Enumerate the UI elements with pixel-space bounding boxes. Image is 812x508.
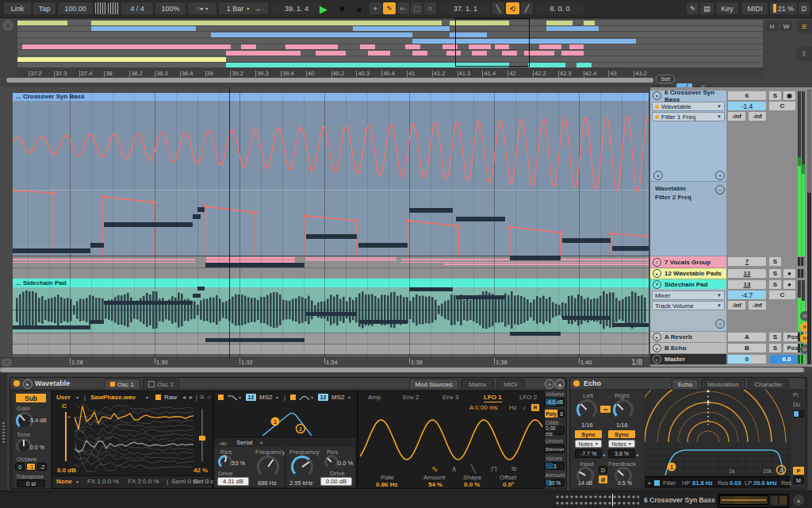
wt-position-slider[interactable] bbox=[201, 409, 203, 461]
midi-note[interactable] bbox=[510, 256, 561, 260]
glide-field[interactable]: 0.00 ms bbox=[545, 426, 565, 435]
track-header-pads[interactable]: ▸12 Wavetable Pads bbox=[650, 268, 726, 279]
wavetable-bank-menu[interactable]: User bbox=[56, 394, 71, 401]
send-a-sidechain[interactable]: -inf bbox=[728, 301, 745, 310]
send-b-bass[interactable]: -inf bbox=[749, 112, 766, 121]
beat-time-ruler[interactable]: 37.237.337.43838.238.338.43939.239.339.4… bbox=[17, 67, 763, 77]
filter1-type-icon[interactable] bbox=[227, 394, 238, 401]
lfo-rate-mode[interactable]: Hz bbox=[509, 404, 517, 411]
poly-count-menu[interactable]: 8 bbox=[558, 410, 565, 418]
octave-0[interactable]: 0 bbox=[15, 463, 25, 471]
play-button[interactable]: ▶ bbox=[316, 2, 331, 16]
overview-clip[interactable] bbox=[546, 26, 584, 31]
tab-lfo2[interactable]: LFO 2 bbox=[519, 394, 537, 401]
lfo-shape-triangle-icon[interactable]: ∧ bbox=[451, 464, 457, 473]
echo-return-lane[interactable] bbox=[13, 344, 649, 354]
filter2-slope[interactable]: 12 bbox=[318, 394, 328, 401]
lfo-note-icon[interactable]: ♪ bbox=[523, 404, 526, 411]
midi-note[interactable] bbox=[205, 263, 304, 267]
unison-mode-menu[interactable]: Shimmer bbox=[545, 444, 565, 453]
overview-clip[interactable] bbox=[316, 44, 338, 49]
lp-freq-value[interactable]: 20.0 kHz bbox=[753, 479, 777, 487]
echo-right-button-m[interactable]: M bbox=[793, 476, 804, 484]
tab-character[interactable]: Character bbox=[748, 379, 789, 389]
bass-clip-title-bar[interactable]: ... Crossover Syn Bass bbox=[13, 93, 649, 101]
unfold-track-icon[interactable]: ▸ bbox=[653, 333, 661, 341]
master-preview-volume[interactable]: 0 bbox=[728, 355, 766, 364]
show-hide-device-view-icon[interactable]: ▲ bbox=[793, 495, 804, 506]
overview-clip[interactable] bbox=[360, 44, 375, 49]
groove-amount-field[interactable]: 100% bbox=[155, 2, 186, 14]
overview-clip[interactable] bbox=[91, 21, 442, 25]
device-chain-thumbnails[interactable] bbox=[718, 494, 789, 508]
poly-button[interactable]: Poly bbox=[545, 410, 557, 418]
send-a-bass[interactable]: -inf bbox=[728, 112, 745, 121]
notes-left-menu[interactable]: Notes▼ bbox=[575, 440, 602, 448]
automation-lane-header[interactable]: Wavetable Filter 2 Freq − bbox=[650, 182, 726, 256]
overview-clip[interactable] bbox=[412, 51, 427, 56]
unison-amount-field[interactable]: 30 % bbox=[545, 479, 565, 487]
midi-note[interactable] bbox=[358, 243, 408, 248]
echo-tunnel-display[interactable] bbox=[645, 390, 790, 442]
transpose-field[interactable]: 0 st bbox=[17, 479, 45, 487]
pads-lane[interactable] bbox=[13, 267, 649, 279]
arm-sidechain[interactable]: ● bbox=[783, 280, 795, 289]
loop-start-field[interactable]: 37. 1. 1 bbox=[441, 2, 490, 14]
pan-bass[interactable]: C bbox=[769, 102, 795, 110]
next-wavetable-icon[interactable]: ▸ bbox=[190, 394, 193, 401]
tab-lfo1[interactable]: LFO 1 bbox=[484, 394, 502, 402]
overview-width-button[interactable]: W bbox=[780, 21, 792, 31]
arm-bass[interactable]: ◉ bbox=[783, 91, 795, 100]
lfo-amount-value[interactable]: 54 % bbox=[428, 481, 442, 488]
tone-knob[interactable] bbox=[16, 438, 32, 454]
loop-button[interactable]: ⟲ bbox=[506, 2, 519, 14]
volume-sidechain[interactable]: -4.7 bbox=[728, 291, 766, 299]
overview-clip[interactable] bbox=[539, 44, 561, 49]
param-chooser-sidechain[interactable]: Track Volume▼ bbox=[652, 301, 725, 310]
overview-clip[interactable] bbox=[353, 26, 450, 31]
track-activator-sidechain[interactable]: 13 bbox=[728, 280, 766, 289]
tab-matrix[interactable]: Matrix bbox=[461, 379, 494, 389]
panel-toggle-clips-icon[interactable]: ≡ bbox=[796, 19, 812, 33]
overview-clip[interactable] bbox=[405, 44, 420, 49]
track-header-vocals[interactable]: ≡7 Vocals Group bbox=[650, 256, 726, 268]
filter2-drive-field[interactable]: 0.00 dB bbox=[320, 477, 352, 486]
midi-note[interactable] bbox=[90, 243, 104, 248]
detune-value[interactable]: Det 0 ct bbox=[193, 478, 216, 485]
horizontal-scrollbar[interactable] bbox=[0, 368, 804, 372]
overview-clip[interactable] bbox=[226, 51, 301, 56]
sub-button[interactable]: Sub bbox=[16, 394, 46, 402]
filter1-freq-knob[interactable] bbox=[257, 456, 279, 478]
overview-clip[interactable] bbox=[17, 21, 67, 25]
solo-bass[interactable]: S bbox=[769, 91, 781, 100]
overview-zoom-scrollbar[interactable] bbox=[6, 78, 653, 83]
octave-minus2[interactable]: -2 bbox=[37, 463, 47, 471]
panel-toggle-mixer-icon[interactable]: ⦀ bbox=[796, 47, 812, 61]
draw-automation-icon[interactable]: ✎ bbox=[687, 2, 699, 14]
tab-echo[interactable]: Echo bbox=[672, 379, 699, 389]
stop-button[interactable]: ■ bbox=[334, 2, 350, 16]
wavetable-circle-icon[interactable]: ○ bbox=[207, 394, 211, 401]
filter1-slope[interactable]: 12 bbox=[246, 394, 256, 401]
fx1-value[interactable]: FX 1 0.0 % bbox=[87, 478, 119, 485]
overview-clip[interactable] bbox=[561, 51, 584, 56]
track-activator-vocals[interactable]: 7 bbox=[728, 257, 766, 266]
solo-pads[interactable]: S bbox=[769, 269, 781, 278]
automation-envelopes[interactable] bbox=[13, 101, 649, 256]
lfo-shape-sine-icon[interactable]: ∿ bbox=[431, 464, 438, 473]
tempo-field[interactable]: 100.00 bbox=[58, 2, 93, 14]
tab-modulation[interactable]: Modulation bbox=[701, 379, 745, 389]
tab-env3[interactable]: Env 3 bbox=[442, 394, 458, 401]
track-header-master[interactable]: ▸Master bbox=[650, 354, 726, 364]
midi-note[interactable] bbox=[197, 207, 205, 212]
hp-res-value[interactable]: 0.03 bbox=[730, 479, 741, 487]
time-signature-field[interactable]: 4 / 4 bbox=[121, 2, 153, 14]
nudge-down-button[interactable] bbox=[95, 2, 106, 14]
overview-clip[interactable] bbox=[241, 44, 256, 49]
midi-note[interactable] bbox=[562, 238, 611, 243]
add-lane-icon[interactable]: + bbox=[715, 319, 725, 329]
overview-clip[interactable] bbox=[368, 51, 390, 56]
volume-slider[interactable]: -9.0 dB bbox=[545, 398, 565, 406]
back-to-arrangement-button[interactable]: ⇤ bbox=[397, 2, 409, 14]
filter-routing-menu[interactable]: Serial bbox=[236, 439, 252, 446]
